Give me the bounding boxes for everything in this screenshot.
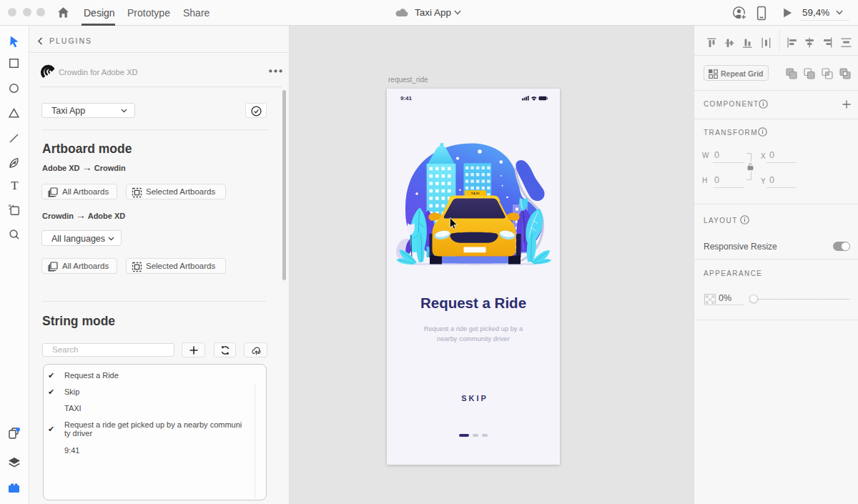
svg-text:TAXI: TAXI — [471, 192, 480, 195]
svg-text:9:41: 9:41 — [400, 95, 413, 102]
